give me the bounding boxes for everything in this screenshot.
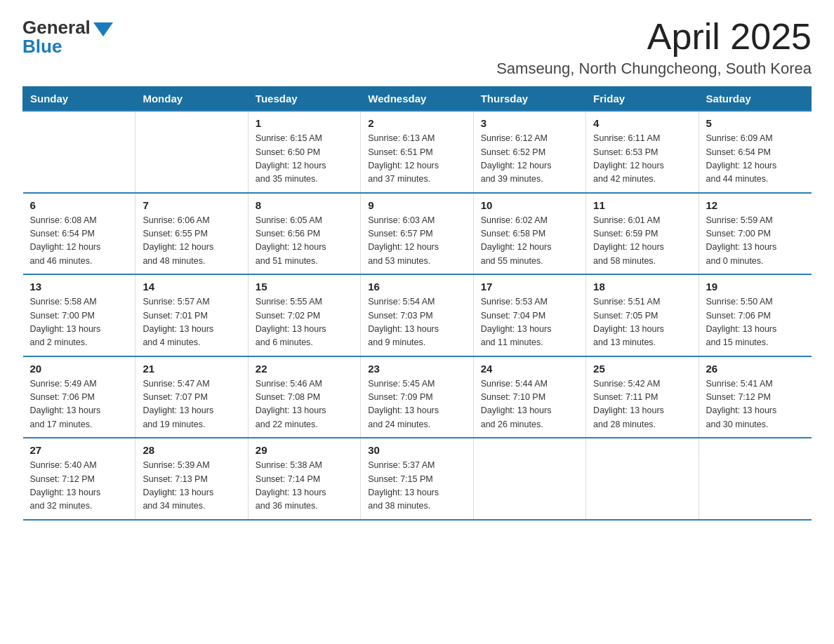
day-number: 18	[593, 281, 691, 293]
day-number: 29	[256, 444, 353, 456]
day-number: 10	[481, 199, 578, 211]
day-info: Sunrise: 5:57 AM Sunset: 7:01 PM Dayligh…	[143, 295, 240, 350]
day-number: 17	[481, 281, 578, 293]
week-row-2: 6Sunrise: 6:08 AM Sunset: 6:54 PM Daylig…	[23, 193, 812, 275]
day-info: Sunrise: 6:08 AM Sunset: 6:54 PM Dayligh…	[30, 214, 128, 269]
day-number: 9	[368, 199, 465, 211]
calendar-cell: 19Sunrise: 5:50 AM Sunset: 7:06 PM Dayli…	[699, 274, 811, 356]
calendar-cell	[473, 438, 585, 520]
day-info: Sunrise: 5:49 AM Sunset: 7:06 PM Dayligh…	[30, 377, 128, 432]
calendar-table: SundayMondayTuesdayWednesdayThursdayFrid…	[22, 86, 812, 521]
calendar-cell: 23Sunrise: 5:45 AM Sunset: 7:09 PM Dayli…	[361, 356, 473, 438]
day-info: Sunrise: 5:59 AM Sunset: 7:00 PM Dayligh…	[706, 214, 805, 269]
day-number: 16	[368, 281, 465, 293]
calendar-cell: 14Sunrise: 5:57 AM Sunset: 7:01 PM Dayli…	[135, 274, 248, 356]
day-info: Sunrise: 5:55 AM Sunset: 7:02 PM Dayligh…	[256, 295, 353, 350]
day-number: 3	[481, 117, 578, 129]
calendar-cell	[699, 438, 811, 520]
day-number: 8	[256, 199, 353, 211]
day-number: 1	[256, 117, 353, 129]
day-info: Sunrise: 5:47 AM Sunset: 7:07 PM Dayligh…	[143, 377, 240, 432]
logo: General Blue	[22, 17, 113, 58]
calendar-cell: 10Sunrise: 6:02 AM Sunset: 6:58 PM Dayli…	[473, 193, 585, 275]
day-info: Sunrise: 6:11 AM Sunset: 6:53 PM Dayligh…	[593, 132, 691, 187]
header-day-friday: Friday	[586, 87, 699, 112]
day-number: 14	[143, 281, 240, 293]
day-number: 19	[706, 281, 805, 293]
calendar-cell: 9Sunrise: 6:03 AM Sunset: 6:57 PM Daylig…	[361, 193, 473, 275]
calendar-cell: 11Sunrise: 6:01 AM Sunset: 6:59 PM Dayli…	[586, 193, 699, 275]
calendar-cell: 5Sunrise: 6:09 AM Sunset: 6:54 PM Daylig…	[699, 111, 811, 193]
calendar-cell: 22Sunrise: 5:46 AM Sunset: 7:08 PM Dayli…	[248, 356, 360, 438]
day-info: Sunrise: 6:01 AM Sunset: 6:59 PM Dayligh…	[593, 214, 691, 269]
calendar-cell: 8Sunrise: 6:05 AM Sunset: 6:56 PM Daylig…	[248, 193, 360, 275]
calendar-cell: 24Sunrise: 5:44 AM Sunset: 7:10 PM Dayli…	[473, 356, 585, 438]
day-info: Sunrise: 5:45 AM Sunset: 7:09 PM Dayligh…	[368, 377, 465, 432]
day-number: 28	[143, 444, 240, 456]
title-section: April 2025 Samseung, North Chungcheong, …	[496, 17, 812, 78]
day-info: Sunrise: 5:50 AM Sunset: 7:06 PM Dayligh…	[706, 295, 805, 350]
calendar-cell: 6Sunrise: 6:08 AM Sunset: 6:54 PM Daylig…	[23, 193, 135, 275]
calendar-cell: 20Sunrise: 5:49 AM Sunset: 7:06 PM Dayli…	[23, 356, 135, 438]
day-info: Sunrise: 5:39 AM Sunset: 7:13 PM Dayligh…	[143, 459, 240, 514]
day-info: Sunrise: 6:15 AM Sunset: 6:50 PM Dayligh…	[256, 132, 353, 187]
day-info: Sunrise: 6:13 AM Sunset: 6:51 PM Dayligh…	[368, 132, 465, 187]
calendar-cell: 15Sunrise: 5:55 AM Sunset: 7:02 PM Dayli…	[248, 274, 360, 356]
header-row: SundayMondayTuesdayWednesdayThursdayFrid…	[23, 87, 812, 112]
day-number: 11	[593, 199, 691, 211]
day-number: 30	[368, 444, 465, 456]
week-row-1: 1Sunrise: 6:15 AM Sunset: 6:50 PM Daylig…	[23, 111, 812, 193]
day-number: 4	[593, 117, 691, 129]
calendar-cell: 4Sunrise: 6:11 AM Sunset: 6:53 PM Daylig…	[586, 111, 699, 193]
header-day-thursday: Thursday	[473, 87, 585, 112]
week-row-5: 27Sunrise: 5:40 AM Sunset: 7:12 PM Dayli…	[23, 438, 812, 520]
day-number: 27	[30, 444, 128, 456]
calendar-cell: 21Sunrise: 5:47 AM Sunset: 7:07 PM Dayli…	[135, 356, 248, 438]
day-info: Sunrise: 5:51 AM Sunset: 7:05 PM Dayligh…	[593, 295, 691, 350]
calendar-cell: 2Sunrise: 6:13 AM Sunset: 6:51 PM Daylig…	[361, 111, 473, 193]
month-title: April 2025	[496, 17, 812, 57]
day-number: 13	[30, 281, 128, 293]
calendar-cell: 27Sunrise: 5:40 AM Sunset: 7:12 PM Dayli…	[23, 438, 135, 520]
logo-triangle-icon	[93, 22, 113, 36]
day-number: 25	[593, 363, 691, 375]
day-number: 12	[706, 199, 805, 211]
header-day-saturday: Saturday	[699, 87, 811, 112]
page-header: General Blue April 2025 Samseung, North …	[22, 17, 812, 78]
week-row-4: 20Sunrise: 5:49 AM Sunset: 7:06 PM Dayli…	[23, 356, 812, 438]
day-info: Sunrise: 6:09 AM Sunset: 6:54 PM Dayligh…	[706, 132, 805, 187]
day-number: 22	[256, 363, 353, 375]
day-info: Sunrise: 6:05 AM Sunset: 6:56 PM Dayligh…	[256, 214, 353, 269]
day-info: Sunrise: 5:46 AM Sunset: 7:08 PM Dayligh…	[256, 377, 353, 432]
calendar-cell: 29Sunrise: 5:38 AM Sunset: 7:14 PM Dayli…	[248, 438, 360, 520]
day-number: 5	[706, 117, 805, 129]
day-info: Sunrise: 6:12 AM Sunset: 6:52 PM Dayligh…	[481, 132, 578, 187]
header-day-monday: Monday	[135, 87, 248, 112]
day-number: 15	[256, 281, 353, 293]
calendar-cell: 18Sunrise: 5:51 AM Sunset: 7:05 PM Dayli…	[586, 274, 699, 356]
day-info: Sunrise: 5:42 AM Sunset: 7:11 PM Dayligh…	[593, 377, 691, 432]
day-number: 20	[30, 363, 128, 375]
day-info: Sunrise: 5:54 AM Sunset: 7:03 PM Dayligh…	[368, 295, 465, 350]
day-info: Sunrise: 5:41 AM Sunset: 7:12 PM Dayligh…	[706, 377, 805, 432]
day-info: Sunrise: 6:02 AM Sunset: 6:58 PM Dayligh…	[481, 214, 578, 269]
day-number: 26	[706, 363, 805, 375]
calendar-cell	[135, 111, 248, 193]
day-number: 21	[143, 363, 240, 375]
day-number: 24	[481, 363, 578, 375]
day-number: 6	[30, 199, 128, 211]
day-info: Sunrise: 5:58 AM Sunset: 7:00 PM Dayligh…	[30, 295, 128, 350]
calendar-cell: 26Sunrise: 5:41 AM Sunset: 7:12 PM Dayli…	[699, 356, 811, 438]
calendar-cell: 1Sunrise: 6:15 AM Sunset: 6:50 PM Daylig…	[248, 111, 360, 193]
calendar-cell	[23, 111, 135, 193]
day-number: 23	[368, 363, 465, 375]
calendar-cell: 13Sunrise: 5:58 AM Sunset: 7:00 PM Dayli…	[23, 274, 135, 356]
header-day-sunday: Sunday	[23, 87, 135, 112]
week-row-3: 13Sunrise: 5:58 AM Sunset: 7:00 PM Dayli…	[23, 274, 812, 356]
day-info: Sunrise: 5:40 AM Sunset: 7:12 PM Dayligh…	[30, 459, 128, 514]
calendar-cell	[586, 438, 699, 520]
header-day-tuesday: Tuesday	[248, 87, 360, 112]
calendar-body: 1Sunrise: 6:15 AM Sunset: 6:50 PM Daylig…	[23, 111, 812, 520]
day-info: Sunrise: 6:03 AM Sunset: 6:57 PM Dayligh…	[368, 214, 465, 269]
day-info: Sunrise: 5:44 AM Sunset: 7:10 PM Dayligh…	[481, 377, 578, 432]
